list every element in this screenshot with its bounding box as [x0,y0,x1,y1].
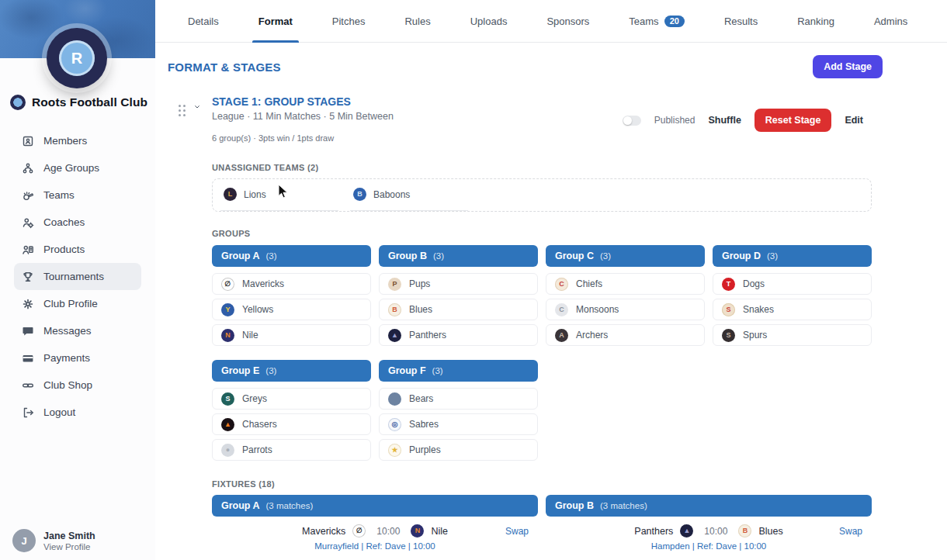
group-card-a: Group A (3) ∅ Mavericks Y Yello [212,245,371,346]
edit-button[interactable]: Edit [845,115,863,126]
team-row[interactable]: P Pups [379,273,538,295]
sidebar-item-products[interactable]: Products [14,236,141,263]
sidebar-item-logout[interactable]: Logout [14,399,141,426]
stage-meta: 6 group(s) · 3pts win / 1pts draw [212,133,394,143]
team-badge-icon [388,392,401,406]
team-row[interactable]: Y Yellows [212,299,371,320]
group-name: Group D [722,251,761,261]
group-name: Group A [221,500,260,511]
tab-ranking[interactable]: Ranking [797,0,834,42]
team-badge-icon: C [555,278,568,291]
team-badge-icon: A [555,329,568,342]
reset-stage-button[interactable]: Reset Stage [754,109,832,132]
group-card-f: Group F (3) Bears ◎ Sabres [379,360,538,461]
team-name: Baboons [373,189,410,200]
tab-pitches[interactable]: Pitches [332,0,366,42]
group-header: Group F (3) [379,360,538,382]
team-row[interactable]: ▲ Chasers [212,413,371,435]
groups-label: GROUPS [212,229,872,238]
club-logo-monogram: R [59,40,95,76]
team-row[interactable]: N Nile [212,324,371,346]
unassigned-teams-dropzone[interactable]: L Lions B Baboons [212,178,872,212]
swap-link[interactable]: Swap [505,526,529,537]
kickoff-time: 10:00 [376,526,400,537]
teams-count-badge: 20 [664,16,685,27]
published-toggle[interactable] [623,116,641,126]
sidebar-item-label: Teams [43,189,75,201]
tab-admins[interactable]: Admins [874,0,907,42]
home-team-badge-icon: ∅ [352,524,366,538]
tab-rules[interactable]: Rules [404,0,430,42]
whistle-icon [22,189,34,202]
group-header: Group C (3) [546,245,705,267]
team-badge-icon: S [722,329,735,342]
shuffle-button[interactable]: Shuffle [708,115,741,126]
team-badge-icon: ∅ [221,278,234,291]
team-name: Nile [242,330,258,340]
team-row[interactable]: B Blues [379,299,538,320]
fixture-row: Mavericks ∅ 10:00 N Nile Swap Murrayfiel… [212,522,538,552]
sidebar-item-members[interactable]: Members [14,127,141,154]
team-name: Snakes [743,304,774,315]
away-team-badge-icon: B [738,524,751,538]
tab-results[interactable]: Results [724,0,758,42]
credit-card-icon [22,352,34,365]
content: FORMAT & STAGES Add Stage STAGE 1: GROUP… [155,43,947,560]
team-chip[interactable]: L Lions [220,186,338,206]
club-mini-logo-icon [10,95,26,110]
add-stage-button[interactable]: Add Stage [813,55,883,78]
team-row[interactable]: Bears [379,388,538,410]
sidebar-item-messages[interactable]: Messages [14,317,141,344]
avatar: J [12,529,36,552]
away-team-name: Blues [758,526,782,537]
fixture-card-group-a: Group A (3 matches) Mavericks ∅ 10:00 [212,495,538,560]
team-name: Bears [409,393,433,404]
main-area: Details Format Pitches Rules Uploads Spo… [155,0,947,560]
swap-link[interactable]: Swap [839,526,862,537]
team-row[interactable]: ∅ Mavericks [212,273,371,295]
team-row[interactable]: ★ Purples [379,439,538,461]
sidebar-item-club-profile[interactable]: Club Profile [14,290,141,317]
sidebar-item-teams[interactable]: Teams [14,181,141,209]
team-row[interactable]: S Spurs [713,324,872,346]
group-name: Group B [388,251,427,261]
group-card-b: Group B (3) P Pups B Blues [379,245,538,346]
group-count: (3) [433,251,444,261]
sidebar-item-payments[interactable]: Payments [14,344,141,372]
sidebar-item-coaches[interactable]: Coaches [14,209,141,236]
view-profile-link[interactable]: View Profile [43,542,95,551]
team-row[interactable]: S Snakes [713,299,872,320]
user-profile[interactable]: J Jane Smith View Profile [12,529,95,552]
team-row[interactable]: ● Parrots [212,439,371,461]
team-row[interactable]: C Monsoons [546,299,705,320]
group-card-e: Group E (3) S Greys ▲ Chasers [212,360,371,461]
group-name: Group C [555,251,594,261]
team-row[interactable]: T Dogs [713,273,872,295]
team-name: Chiefs [576,278,602,289]
team-name: Spurs [743,330,767,340]
team-row[interactable]: ▲ Panthers [379,324,538,346]
chevron-down-icon[interactable] [194,102,200,112]
tab-teams[interactable]: Teams20 [629,0,685,42]
team-name: Blues [409,304,432,315]
group-count: (3) [432,366,443,375]
published-label: Published [654,115,696,126]
sidebar-item-label: Payments [43,352,90,364]
sidebar-item-tournaments[interactable]: Tournaments [14,263,141,290]
tab-uploads[interactable]: Uploads [470,0,508,42]
tab-format[interactable]: Format [258,0,293,42]
team-chip[interactable]: B Baboons [350,186,468,206]
tab-sponsors[interactable]: Sponsors [546,0,589,42]
team-badge-icon: S [221,392,234,406]
team-row[interactable]: C Chiefs [546,273,705,295]
team-name: Monsoons [576,304,619,315]
sidebar-item-club-shop[interactable]: Club Shop [14,372,141,399]
sidebar-item-age-groups[interactable]: Age Groups [14,154,141,181]
home-team-name: Mavericks [302,526,345,537]
drag-handle-icon[interactable] [179,105,186,116]
sidebar: R Roots Football Club Members Age Groups… [0,0,155,560]
tab-details[interactable]: Details [188,0,219,42]
team-row[interactable]: S Greys [212,388,371,410]
team-row[interactable]: ◎ Sabres [379,413,538,435]
team-row[interactable]: A Archers [546,324,705,346]
